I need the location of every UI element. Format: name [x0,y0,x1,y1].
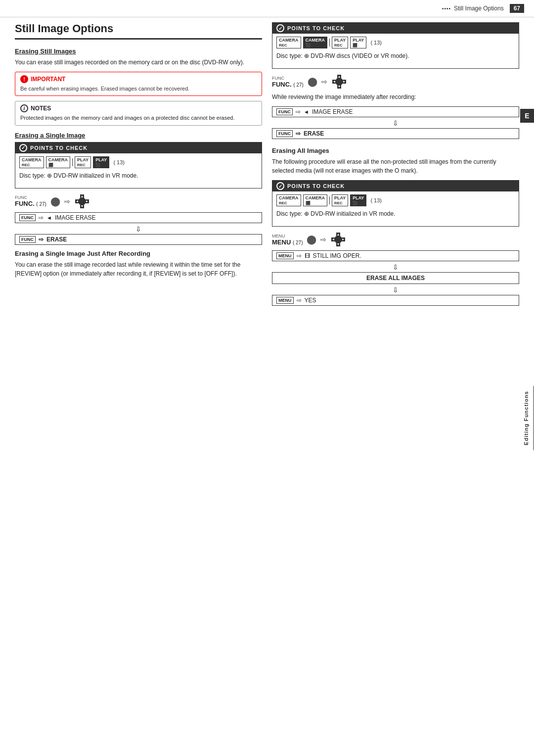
badge-row-left: CAMERAREC CAMERA⬛ PLAYREC PLAY⬛ ( 13) [19,156,258,168]
dots-decoration: •••• [442,6,451,11]
e-tab: E [520,109,534,123]
down-arrow-1-left: ⇩ [15,225,262,233]
down-arrow-still: ⇩ [272,263,519,271]
points-body-right-bottom: CAMERAREC CAMERA⬛ PLAYREC PLAY⬛ ( 13) Di… [272,191,519,226]
func-main-label-left: FUNC. [15,200,35,207]
disc-type-right-top: Disc type: ⊕ DVD-RW discs (VIDEO or VR m… [276,51,515,60]
menu-main-label: MENU [272,238,291,246]
badge-camera-play-left: CAMERA⬛ [46,156,71,168]
menu-arrow: ⇨ [320,236,326,243]
still-img-icon: 🎞 [305,253,310,259]
badge-play-right: PLAY⬛ [350,37,366,48]
page-title: Still Image Options [15,22,262,40]
main-content: Still Image Options Erasing Still Images… [0,22,534,321]
cmd-arrow-1-left: ⇨ [39,214,44,221]
func-cmd-label2-left: FUNC [19,236,36,243]
left-column: Still Image Options Erasing Still Images… [15,22,262,306]
erase-cmd-left: FUNC ⇨ ERASE [15,234,262,245]
func-label-right-top: FUNC FUNC. ( 27) [272,76,304,88]
erasing-all-images-body: The following procedure will erase all t… [272,157,519,175]
erase-cmd-right: FUNC ⇨ ERASE [272,128,519,139]
func-arrow-left: ⇨ [64,197,70,205]
menu-cmd-arrow1: ⇨ [297,252,302,259]
badge-camera-rec-left: CAMERAREC [19,156,44,168]
points-header-left: ✓ POINTS TO CHECK [15,142,262,153]
notes-box: i NOTES Protected images on the memory c… [15,101,262,125]
erasing-single-after-body: You can erase the still image recorded l… [15,260,262,278]
badge-row-right-top: CAMERAREC CAMERA⬛ PLAYREC PLAY⬛ ( 13) [276,37,515,48]
notes-text: Protected images on the memory card and … [20,114,257,122]
cmd-text-2-right: ERASE [304,130,324,137]
points-to-check-box-right-top: ✓ POINTS TO CHECK CAMERAREC CAMERA⬛ PLAY… [272,22,519,69]
badge-play-active-rb: PLAY⬛ [350,194,366,206]
badge-play-rec-left: PLAYREC [75,156,91,168]
top-bar: •••• Still Image Options 67 [0,0,534,17]
image-erase-cmd-left: FUNC ⇨ ◄ IMAGE ERASE [15,212,262,223]
points-to-check-box-right-bottom: ✓ POINTS TO CHECK CAMERAREC CAMERA⬛ PLAY… [272,180,519,227]
erase-all-box: ERASE ALL IMAGES [272,272,519,284]
menu-circle: ⬤ [307,234,316,245]
cmd-arrow-2-left: ⇨ [39,236,44,243]
yes-text: YES [305,297,316,304]
badge-camera-active-right: CAMERA⬛ [303,37,328,48]
notes-icon: i [20,104,28,112]
badge-play-rec-rb: PLAYREC [332,194,348,206]
points-body-right-top: CAMERAREC CAMERA⬛ PLAYREC PLAY⬛ ( 13) Di… [272,34,519,68]
func-circle-right-top: ⬤ [308,76,317,87]
badge-divider-rb [329,196,330,204]
cmd-text-1-right: IMAGE ERASE [312,108,353,115]
cmd-text-1-left: IMAGE ERASE [55,214,96,221]
badge-camera-rb: CAMERA⬛ [303,194,328,206]
badge-row-right-bottom: CAMERAREC CAMERA⬛ PLAYREC PLAY⬛ ( 13) [276,194,515,206]
points-header-right-bottom: ✓ POINTS TO CHECK [272,181,519,191]
important-icon: ! [20,75,28,83]
points-check-icon-right-bottom: ✓ [276,182,284,190]
menu-cmd-label3: MENU [276,297,294,304]
func-row-right-top: FUNC FUNC. ( 27) ⬤ ⇨ [272,74,519,90]
func-arrow-right-top: ⇨ [321,78,327,86]
func-main-label-right-top: FUNC. [272,81,292,88]
cmd-arrow-2-right: ⇨ [296,130,301,137]
erasing-single-after-heading: Erasing a Single Image Just After Record… [15,250,262,257]
menu-ref: ( 27) [293,240,303,245]
menu-row: MENU MENU ( 27) ⬤ ⇨ [272,232,519,247]
badge-camera-rec-right: CAMERAREC [276,37,301,48]
yes-cmd: MENU ⇨ YES [272,295,519,306]
disc-type-rb: Disc type: ⊕ DVD-RW initialized in VR mo… [276,209,515,218]
func-ref-right-top: ( 27) [293,82,304,88]
image-erase-cmd-right: FUNC ⇨ ◄ IMAGE ERASE [272,106,519,117]
points-label-right-top: POINTS TO CHECK [287,25,345,31]
notes-label: NOTES [31,105,51,112]
func-cmd-label2-right: FUNC [276,130,293,137]
important-label: IMPORTANT [31,76,65,83]
badge-ref-rb: ( 13) [370,197,382,203]
down-arrow-erase-all: ⇩ [272,286,519,294]
erasing-all-images-heading: Erasing All Images [272,147,519,154]
down-arrow-1-right: ⇩ [272,119,519,127]
cmd-arrow-1-right: ⇨ [296,108,301,115]
menu-cmd-label1: MENU [276,252,294,259]
points-body-left: CAMERAREC CAMERA⬛ PLAYREC PLAY⬛ ( 13) Di… [15,153,262,188]
still-img-cmd: MENU ⇨ 🎞 STILL IMG OPER. [272,250,519,261]
points-to-check-box-left: ✓ POINTS TO CHECK CAMERAREC CAMERA⬛ PLAY… [15,142,262,189]
notes-title: i NOTES [20,104,257,112]
erasing-still-images-heading: Erasing Still Images [15,47,262,55]
erasing-still-images-body: You can erase still images recorded on t… [15,58,262,67]
important-box: ! IMPORTANT Be careful when erasing imag… [15,72,262,96]
badge-ref-right-top: ( 13) [370,40,382,46]
svg-rect-13 [336,79,342,85]
still-img-text: STILL IMG OPER. [313,252,361,259]
func-circle-left: ⬤ [50,196,60,207]
points-label-right-bottom: POINTS TO CHECK [287,183,345,189]
cmd-text-2-left: ERASE [46,236,67,243]
page-number: 67 [510,4,524,13]
top-bar-title: Still Image Options [454,5,504,12]
dpad-icon-left [74,193,90,209]
func-cmd-label-left: FUNC [19,214,36,221]
cmd-icon-left: ◄ [46,215,52,221]
important-text: Be careful when erasing images. Erased i… [20,85,257,93]
func-label-left: FUNC FUNC. ( 27) [15,195,46,207]
badge-divider-left [72,158,73,166]
badge-divider-right [329,39,330,47]
menu-label-wrap: MENU MENU ( 27) [272,234,303,246]
